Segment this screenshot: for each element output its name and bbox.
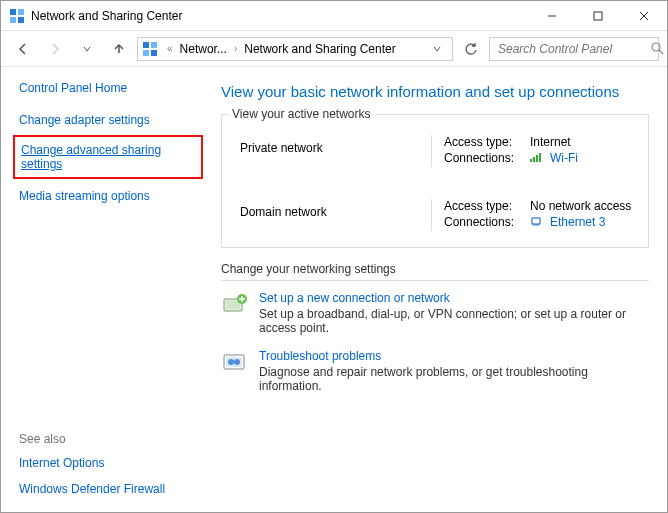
change-advanced-sharing-link[interactable]: Change advanced sharing settings bbox=[21, 143, 195, 171]
main-panel: View your basic network information and … bbox=[211, 67, 667, 512]
svg-rect-8 bbox=[143, 42, 149, 48]
network-details: Access type: No network access Connectio… bbox=[444, 199, 634, 231]
svg-rect-10 bbox=[143, 50, 149, 56]
svg-point-30 bbox=[234, 359, 240, 365]
maximize-button[interactable] bbox=[575, 1, 621, 31]
search-input[interactable] bbox=[496, 41, 651, 57]
breadcrumb-dropdown[interactable] bbox=[426, 44, 448, 54]
network-name: Domain network bbox=[240, 199, 419, 219]
ethernet-icon bbox=[530, 215, 544, 229]
divider bbox=[431, 199, 432, 231]
svg-rect-15 bbox=[533, 157, 535, 162]
active-networks-legend: View your active networks bbox=[228, 107, 375, 121]
setup-connection-icon bbox=[221, 291, 249, 319]
chevron-right-icon: › bbox=[231, 43, 240, 54]
divider bbox=[221, 280, 649, 281]
breadcrumb-seg-1[interactable]: Networ... bbox=[178, 42, 229, 56]
action-troubleshoot: Troubleshoot problems Diagnose and repai… bbox=[221, 349, 649, 393]
content-area: Control Panel Home Change adapter settin… bbox=[1, 67, 667, 512]
svg-rect-9 bbox=[151, 42, 157, 48]
svg-point-29 bbox=[228, 359, 234, 365]
breadcrumb[interactable]: « Networ... › Network and Sharing Center bbox=[137, 37, 453, 61]
svg-rect-14 bbox=[530, 159, 532, 162]
svg-rect-1 bbox=[18, 9, 24, 15]
app-icon bbox=[9, 8, 25, 24]
access-type-label: Access type: bbox=[444, 199, 524, 213]
windows-firewall-link[interactable]: Windows Defender Firewall bbox=[19, 482, 199, 496]
active-networks-group: View your active networks Private networ… bbox=[221, 114, 649, 248]
network-row-domain: Domain network Access type: No network a… bbox=[236, 177, 638, 241]
action-body: Set up a new connection or network Set u… bbox=[259, 291, 649, 335]
wifi-connection-link[interactable]: Wi-Fi bbox=[550, 151, 578, 165]
ethernet-connection-link[interactable]: Ethernet 3 bbox=[550, 215, 605, 229]
minimize-button[interactable] bbox=[529, 1, 575, 31]
troubleshoot-desc: Diagnose and repair network problems, or… bbox=[259, 365, 649, 393]
access-type-value: No network access bbox=[530, 199, 631, 213]
up-button[interactable] bbox=[105, 35, 133, 63]
refresh-button[interactable] bbox=[457, 37, 485, 61]
setup-connection-desc: Set up a broadband, dial-up, or VPN conn… bbox=[259, 307, 649, 335]
change-settings-header: Change your networking settings bbox=[221, 262, 649, 276]
network-details: Access type: Internet Connections: Wi-Fi bbox=[444, 135, 634, 167]
see-also-header: See also bbox=[19, 432, 199, 446]
svg-point-12 bbox=[652, 43, 660, 51]
connections-label: Connections: bbox=[444, 151, 524, 165]
setup-connection-link[interactable]: Set up a new connection or network bbox=[259, 291, 649, 305]
titlebar: Network and Sharing Center bbox=[1, 1, 667, 31]
page-heading: View your basic network information and … bbox=[221, 83, 649, 100]
svg-rect-5 bbox=[594, 12, 602, 20]
network-row-private: Private network Access type: Internet Co… bbox=[236, 125, 638, 177]
navbar: « Networ... › Network and Sharing Center bbox=[1, 31, 667, 67]
troubleshoot-link[interactable]: Troubleshoot problems bbox=[259, 349, 649, 363]
forward-button[interactable] bbox=[41, 35, 69, 63]
access-type-label: Access type: bbox=[444, 135, 524, 149]
control-panel-home-link[interactable]: Control Panel Home bbox=[19, 81, 199, 95]
action-setup-connection: Set up a new connection or network Set u… bbox=[221, 291, 649, 335]
internet-options-link[interactable]: Internet Options bbox=[19, 456, 199, 470]
chevron-left-icon: « bbox=[164, 43, 176, 54]
highlighted-link-box: Change advanced sharing settings bbox=[13, 135, 203, 179]
network-name: Private network bbox=[240, 135, 419, 155]
media-streaming-link[interactable]: Media streaming options bbox=[19, 189, 199, 203]
window-title: Network and Sharing Center bbox=[31, 9, 529, 23]
connections-label: Connections: bbox=[444, 215, 524, 229]
search-icon bbox=[651, 42, 664, 55]
troubleshoot-icon bbox=[221, 349, 249, 377]
svg-rect-2 bbox=[10, 17, 16, 23]
svg-rect-0 bbox=[10, 9, 16, 15]
svg-rect-11 bbox=[151, 50, 157, 56]
divider bbox=[431, 135, 432, 167]
window-controls bbox=[529, 1, 667, 31]
breadcrumb-icon bbox=[142, 41, 158, 57]
wifi-signal-icon bbox=[530, 151, 544, 165]
svg-rect-3 bbox=[18, 17, 24, 23]
change-adapter-settings-link[interactable]: Change adapter settings bbox=[19, 113, 199, 127]
sidebar: Control Panel Home Change adapter settin… bbox=[1, 67, 211, 512]
breadcrumb-seg-2[interactable]: Network and Sharing Center bbox=[242, 42, 397, 56]
access-type-value: Internet bbox=[530, 135, 571, 149]
svg-rect-17 bbox=[539, 153, 541, 162]
search-box[interactable] bbox=[489, 37, 659, 61]
back-button[interactable] bbox=[9, 35, 37, 63]
svg-line-13 bbox=[659, 50, 663, 54]
action-body: Troubleshoot problems Diagnose and repai… bbox=[259, 349, 649, 393]
recent-dropdown[interactable] bbox=[73, 35, 101, 63]
svg-rect-16 bbox=[536, 155, 538, 162]
svg-rect-23 bbox=[226, 301, 240, 309]
svg-rect-18 bbox=[532, 218, 540, 224]
close-button[interactable] bbox=[621, 1, 667, 31]
